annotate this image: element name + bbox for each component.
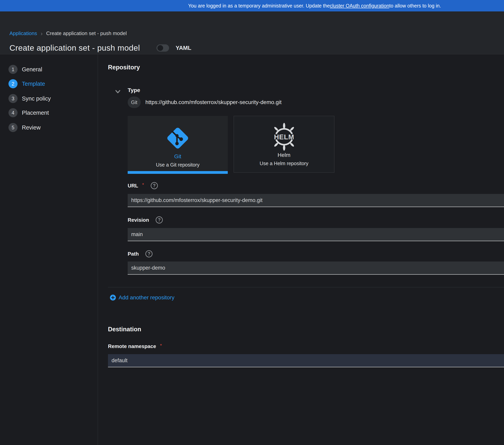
path-input[interactable] bbox=[128, 261, 504, 275]
step-number-badge: 4 bbox=[8, 108, 18, 117]
git-icon bbox=[165, 125, 190, 151]
git-tile-title: Git bbox=[174, 153, 181, 160]
yaml-toggle[interactable] bbox=[156, 44, 169, 52]
required-marker: * bbox=[160, 343, 162, 349]
yaml-toggle-label: YAML bbox=[176, 45, 191, 51]
section-divider bbox=[108, 287, 504, 287]
add-another-repository-label: Add another repository bbox=[119, 295, 174, 301]
wizard-step-nav: 1 General 2 Template 3 Sync policy 4 Pla… bbox=[0, 55, 98, 445]
url-input[interactable] bbox=[128, 194, 504, 207]
git-tile-selected-indicator bbox=[128, 171, 228, 174]
path-help-icon[interactable]: ? bbox=[145, 250, 152, 257]
step-number-badge: 2 bbox=[8, 79, 18, 88]
breadcrumb: Applications › Create application set - … bbox=[9, 30, 127, 37]
helm-icon: HELM bbox=[269, 124, 299, 149]
helm-tile-subtitle: Use a Helm repository bbox=[260, 161, 308, 166]
type-git-badge: Git bbox=[128, 96, 141, 108]
git-tile-subtitle: Use a Git repository bbox=[156, 162, 199, 168]
step-number-badge: 3 bbox=[8, 94, 18, 103]
url-field-label: URL bbox=[128, 183, 138, 189]
wizard-step-placement[interactable]: 4 Placement bbox=[8, 108, 49, 117]
template-step-content: Repository Type Git https://github.com/m… bbox=[98, 55, 504, 445]
path-field-label: Path bbox=[128, 251, 139, 257]
breadcrumb-current-page: Create application set - push model bbox=[46, 30, 127, 37]
revision-help-icon[interactable]: ? bbox=[156, 216, 163, 223]
step-label: Sync policy bbox=[22, 95, 51, 102]
helm-repository-tile[interactable]: HELM Helm Use a Helm repository bbox=[234, 116, 334, 173]
yaml-toggle-knob bbox=[157, 45, 163, 51]
type-url-text: https://github.com/mfosterrox/skupper-se… bbox=[145, 99, 282, 105]
login-notice-banner: You are logged in as a temporary adminis… bbox=[0, 0, 504, 11]
remote-namespace-input[interactable] bbox=[108, 354, 504, 367]
helm-tile-title: Helm bbox=[278, 152, 290, 158]
wizard-step-general[interactable]: 1 General bbox=[8, 65, 42, 74]
step-label: Review bbox=[22, 124, 41, 131]
url-help-icon[interactable]: ? bbox=[151, 182, 158, 189]
step-label: Template bbox=[22, 81, 45, 87]
wizard-step-template[interactable]: 2 Template bbox=[8, 79, 45, 88]
step-label: General bbox=[22, 66, 42, 73]
page-header: Applications › Create application set - … bbox=[0, 11, 504, 55]
plus-circle-icon bbox=[110, 295, 116, 301]
svg-text:HELM: HELM bbox=[274, 133, 294, 141]
type-label: Type bbox=[128, 87, 140, 93]
remote-namespace-label-row: Remote namespace * bbox=[108, 343, 162, 350]
page-title: Create application set - push model bbox=[9, 43, 140, 53]
banner-text-after: to allow others to log in. bbox=[389, 3, 441, 9]
wizard-step-sync-policy[interactable]: 3 Sync policy bbox=[8, 94, 51, 103]
chevron-down-icon[interactable] bbox=[114, 88, 121, 95]
title-row: Create application set - push model YAML bbox=[9, 43, 191, 53]
revision-field-label: Revision bbox=[128, 217, 149, 223]
url-field-label-row: URL * ? bbox=[128, 182, 158, 189]
step-number-badge: 1 bbox=[8, 65, 18, 74]
step-number-badge: 5 bbox=[8, 123, 18, 132]
path-field-label-row: Path ? bbox=[128, 250, 152, 257]
type-summary-row: Git https://github.com/mfosterrox/skuppe… bbox=[128, 96, 282, 108]
banner-text-before: You are logged in as a temporary adminis… bbox=[188, 3, 330, 9]
remote-namespace-label: Remote namespace bbox=[108, 343, 156, 350]
breadcrumb-applications-link[interactable]: Applications bbox=[9, 30, 37, 37]
git-repository-tile[interactable]: Git Use a Git repository bbox=[128, 116, 228, 174]
revision-field-label-row: Revision ? bbox=[128, 216, 163, 223]
breadcrumb-separator-icon: › bbox=[41, 31, 43, 36]
required-marker: * bbox=[142, 182, 144, 188]
wizard-step-review[interactable]: 5 Review bbox=[8, 123, 41, 132]
destination-section-heading: Destination bbox=[108, 326, 141, 333]
repository-section-heading: Repository bbox=[108, 64, 140, 71]
revision-input[interactable] bbox=[128, 228, 504, 241]
step-label: Placement bbox=[22, 110, 49, 116]
add-another-repository-button[interactable]: Add another repository bbox=[110, 295, 174, 301]
cluster-oauth-configuration-link[interactable]: cluster OAuth configuration bbox=[330, 3, 389, 9]
